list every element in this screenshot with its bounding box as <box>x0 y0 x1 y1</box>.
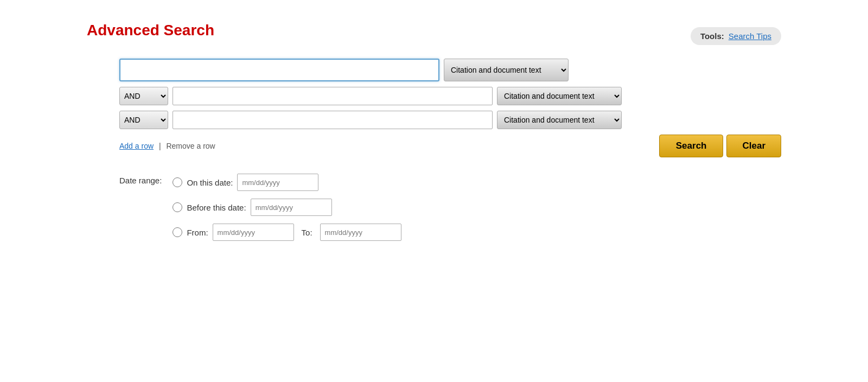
search-button[interactable]: Search <box>659 135 724 157</box>
tools-label: Tools: <box>700 31 724 41</box>
search-input-1[interactable] <box>119 59 439 81</box>
search-input-3[interactable] <box>173 111 493 129</box>
date-option-from-date: From: To: <box>173 224 401 241</box>
operator-select-3[interactable]: AND OR NOT <box>119 111 168 129</box>
search-row-1: Citation and document text Title Author … <box>119 59 781 81</box>
radio-on-this-date[interactable] <box>173 177 182 187</box>
radio-from-date[interactable] <box>173 227 182 237</box>
remove-row-text: Remove a row <box>166 142 215 150</box>
operator-select-2[interactable]: AND OR NOT <box>119 87 168 105</box>
input-from-date[interactable] <box>213 224 294 241</box>
date-range-label: Date range: <box>119 174 162 185</box>
input-before-this-date[interactable] <box>251 199 332 216</box>
date-range-inner: Date range: On this date: Before this da… <box>119 174 781 241</box>
field-select-1[interactable]: Citation and document text Title Author … <box>444 59 569 81</box>
date-range-section: Date range: On this date: Before this da… <box>119 174 781 241</box>
pipe-separator: | <box>159 142 161 150</box>
radio-before-this-date[interactable] <box>173 202 182 212</box>
page-container: Advanced Search Tools: Search Tips Citat… <box>54 0 814 263</box>
date-options: On this date: Before this date: From: To… <box>173 174 401 241</box>
input-to-date[interactable] <box>320 224 401 241</box>
search-tips-link[interactable]: Search Tips <box>729 31 771 41</box>
add-row-link[interactable]: Add a row <box>119 142 154 150</box>
field-select-3[interactable]: Citation and document text Title Author … <box>497 111 622 129</box>
label-from-date: From: <box>187 228 208 237</box>
search-input-2[interactable] <box>173 87 493 105</box>
date-option-before-this-date: Before this date: <box>173 199 401 216</box>
page-title: Advanced Search <box>87 22 214 39</box>
buttons-section: Search Clear <box>659 135 781 157</box>
tools-bar: Tools: Search Tips <box>691 27 781 45</box>
search-rows-container: Citation and document text Title Author … <box>119 59 781 129</box>
header-row: Advanced Search Tools: Search Tips <box>87 22 781 50</box>
label-on-this-date: On this date: <box>187 178 233 187</box>
to-label: To: <box>302 228 312 237</box>
actions-row: Add a row | Remove a row Search Clear <box>119 135 781 157</box>
input-on-this-date[interactable] <box>237 174 318 191</box>
label-before-this-date: Before this date: <box>187 203 246 212</box>
search-row-3: AND OR NOT Citation and document text Ti… <box>119 111 781 129</box>
date-option-on-this-date: On this date: <box>173 174 401 191</box>
add-row-section: Add a row | Remove a row <box>119 142 659 150</box>
search-row-2: AND OR NOT Citation and document text Ti… <box>119 87 781 105</box>
clear-button[interactable]: Clear <box>726 135 781 157</box>
field-select-2[interactable]: Citation and document text Title Author … <box>497 87 622 105</box>
